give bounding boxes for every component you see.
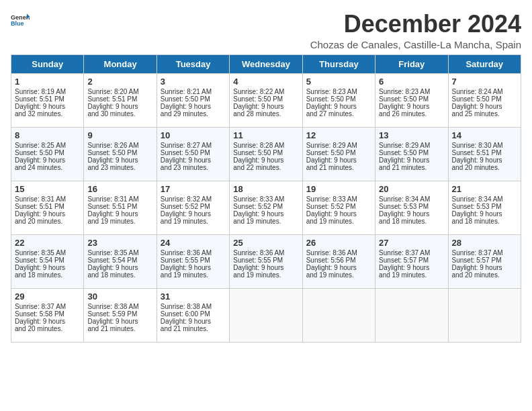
logo: General Blue bbox=[11, 11, 30, 30]
day-detail: Sunrise: 8:32 AM bbox=[161, 195, 226, 203]
calendar-cell: 28Sunrise: 8:37 AMSunset: 5:57 PMDayligh… bbox=[448, 234, 521, 288]
day-detail: Sunset: 5:50 PM bbox=[379, 95, 444, 103]
day-number: 28 bbox=[452, 238, 517, 248]
calendar-cell: 12Sunrise: 8:29 AMSunset: 5:50 PMDayligh… bbox=[302, 127, 375, 181]
day-detail: and 19 minutes. bbox=[87, 218, 152, 225]
day-number: 9 bbox=[87, 130, 152, 140]
day-detail: Sunset: 5:54 PM bbox=[15, 257, 80, 264]
calendar-cell: 13Sunrise: 8:29 AMSunset: 5:50 PMDayligh… bbox=[375, 127, 448, 181]
day-detail: Sunrise: 8:19 AM bbox=[15, 88, 80, 95]
day-detail: Sunrise: 8:24 AM bbox=[452, 88, 517, 95]
day-number: 25 bbox=[233, 238, 298, 248]
weekday-header-friday: Friday bbox=[375, 54, 448, 73]
calendar-table: SundayMondayTuesdayWednesdayThursdayFrid… bbox=[11, 54, 521, 342]
calendar-cell: 27Sunrise: 8:37 AMSunset: 5:57 PMDayligh… bbox=[375, 234, 448, 288]
day-detail: Daylight: 9 hours bbox=[379, 264, 444, 271]
day-detail: Daylight: 9 hours bbox=[87, 156, 152, 164]
day-detail: Sunrise: 8:33 AM bbox=[306, 195, 371, 203]
day-detail: Sunrise: 8:20 AM bbox=[87, 88, 152, 95]
day-detail: Sunrise: 8:23 AM bbox=[379, 88, 444, 95]
day-number: 18 bbox=[233, 184, 298, 194]
calendar-cell bbox=[230, 288, 302, 342]
day-detail: Sunrise: 8:38 AM bbox=[161, 303, 226, 310]
day-detail: and 19 minutes. bbox=[306, 218, 371, 225]
day-detail: and 20 minutes. bbox=[15, 218, 80, 225]
day-number: 3 bbox=[161, 77, 226, 87]
day-detail: Sunrise: 8:34 AM bbox=[379, 195, 444, 203]
calendar-cell: 9Sunrise: 8:26 AMSunset: 5:50 PMDaylight… bbox=[84, 127, 157, 181]
day-detail: Daylight: 9 hours bbox=[87, 318, 152, 325]
day-detail: Sunset: 5:53 PM bbox=[452, 203, 517, 210]
day-detail: Daylight: 9 hours bbox=[306, 156, 371, 164]
calendar-cell: 1Sunrise: 8:19 AMSunset: 5:51 PMDaylight… bbox=[11, 73, 84, 127]
day-number: 26 bbox=[306, 238, 371, 248]
day-detail: Daylight: 9 hours bbox=[452, 264, 517, 271]
day-detail: and 19 minutes. bbox=[161, 271, 226, 279]
day-number: 5 bbox=[306, 77, 371, 87]
day-detail: Sunrise: 8:38 AM bbox=[87, 303, 152, 310]
day-detail: Daylight: 9 hours bbox=[452, 210, 517, 218]
day-detail: Sunrise: 8:29 AM bbox=[379, 142, 444, 149]
day-detail: Sunrise: 8:34 AM bbox=[452, 195, 517, 203]
day-detail: Sunrise: 8:31 AM bbox=[15, 195, 80, 203]
day-number: 12 bbox=[306, 130, 371, 140]
day-detail: Daylight: 9 hours bbox=[15, 156, 80, 164]
day-detail: Sunset: 5:50 PM bbox=[306, 95, 371, 103]
calendar-cell: 16Sunrise: 8:31 AMSunset: 5:51 PMDayligh… bbox=[84, 181, 157, 234]
day-number: 20 bbox=[379, 184, 444, 194]
day-detail: and 29 minutes. bbox=[161, 110, 226, 118]
day-detail: and 19 minutes. bbox=[161, 218, 226, 225]
calendar-cell: 23Sunrise: 8:35 AMSunset: 5:54 PMDayligh… bbox=[84, 234, 157, 288]
day-detail: Sunset: 5:51 PM bbox=[87, 203, 152, 210]
day-detail: Daylight: 9 hours bbox=[15, 210, 80, 218]
week-row-5: 29Sunrise: 8:37 AMSunset: 5:58 PMDayligh… bbox=[11, 288, 521, 342]
day-detail: Sunset: 5:52 PM bbox=[161, 203, 226, 210]
calendar-cell: 30Sunrise: 8:38 AMSunset: 5:59 PMDayligh… bbox=[84, 288, 157, 342]
calendar-cell: 6Sunrise: 8:23 AMSunset: 5:50 PMDaylight… bbox=[375, 73, 448, 127]
day-detail: Daylight: 9 hours bbox=[379, 103, 444, 110]
day-detail: Sunrise: 8:25 AM bbox=[15, 142, 80, 149]
day-detail: and 18 minutes. bbox=[87, 271, 152, 279]
day-number: 23 bbox=[87, 238, 152, 248]
day-detail: Sunset: 5:50 PM bbox=[161, 149, 226, 156]
day-detail: Sunrise: 8:23 AM bbox=[306, 88, 371, 95]
day-detail: Daylight: 9 hours bbox=[233, 103, 298, 110]
day-detail: Sunset: 5:57 PM bbox=[379, 257, 444, 264]
day-number: 24 bbox=[161, 238, 226, 248]
day-detail: Sunset: 5:54 PM bbox=[87, 257, 152, 264]
day-detail: and 19 minutes. bbox=[379, 271, 444, 279]
header: General Blue December 2024 Chozas de Can… bbox=[11, 11, 521, 50]
day-detail: Sunset: 5:58 PM bbox=[15, 310, 80, 318]
calendar-cell: 19Sunrise: 8:33 AMSunset: 5:52 PMDayligh… bbox=[302, 181, 375, 234]
svg-text:Blue: Blue bbox=[11, 20, 24, 27]
day-detail: Daylight: 9 hours bbox=[15, 318, 80, 325]
calendar-cell bbox=[375, 288, 448, 342]
day-number: 29 bbox=[15, 291, 80, 302]
calendar-cell: 25Sunrise: 8:36 AMSunset: 5:55 PMDayligh… bbox=[230, 234, 302, 288]
day-detail: Sunrise: 8:36 AM bbox=[306, 249, 371, 257]
day-detail: Daylight: 9 hours bbox=[87, 264, 152, 271]
day-detail: Daylight: 9 hours bbox=[15, 103, 80, 110]
day-detail: Sunset: 5:55 PM bbox=[161, 257, 226, 264]
day-detail: Sunset: 5:50 PM bbox=[15, 149, 80, 156]
calendar-cell: 22Sunrise: 8:35 AMSunset: 5:54 PMDayligh… bbox=[11, 234, 84, 288]
day-detail: and 19 minutes. bbox=[306, 271, 371, 279]
day-detail: Sunrise: 8:37 AM bbox=[379, 249, 444, 257]
day-detail: and 20 minutes. bbox=[452, 164, 517, 171]
calendar-cell: 26Sunrise: 8:36 AMSunset: 5:56 PMDayligh… bbox=[302, 234, 375, 288]
calendar-cell: 5Sunrise: 8:23 AMSunset: 5:50 PMDaylight… bbox=[302, 73, 375, 127]
calendar-subtitle: Chozas de Canales, Castille-La Mancha, S… bbox=[310, 39, 521, 50]
day-number: 1 bbox=[15, 77, 80, 87]
weekday-header-wednesday: Wednesday bbox=[230, 54, 302, 73]
day-detail: Sunrise: 8:35 AM bbox=[87, 249, 152, 257]
day-detail: Sunrise: 8:27 AM bbox=[161, 142, 226, 149]
day-detail: Sunset: 5:50 PM bbox=[452, 95, 517, 103]
day-detail: Daylight: 9 hours bbox=[233, 264, 298, 271]
day-detail: Sunset: 5:53 PM bbox=[379, 203, 444, 210]
day-detail: Sunrise: 8:33 AM bbox=[233, 195, 298, 203]
day-detail: Sunset: 5:56 PM bbox=[306, 257, 371, 264]
day-detail: Sunset: 5:51 PM bbox=[87, 95, 152, 103]
day-number: 4 bbox=[233, 77, 298, 87]
day-detail: Sunset: 5:50 PM bbox=[87, 149, 152, 156]
day-number: 10 bbox=[161, 130, 226, 140]
